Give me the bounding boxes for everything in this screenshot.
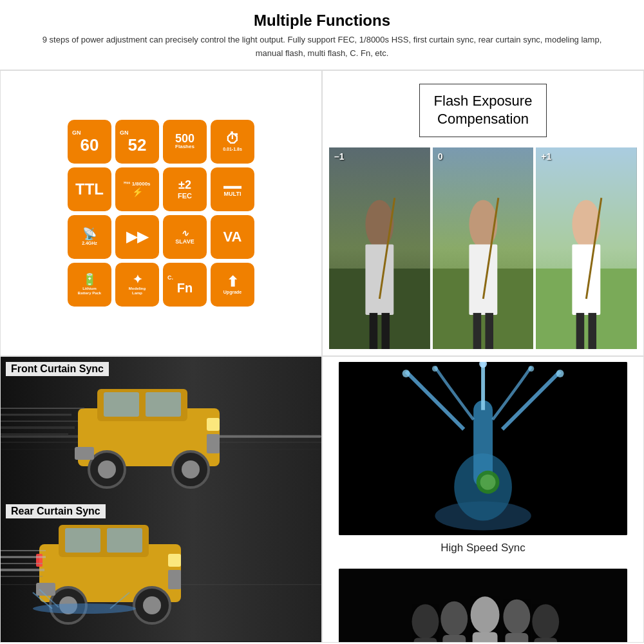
fec-photos: –1	[329, 147, 637, 349]
icon-master: ▶▶	[115, 215, 159, 259]
fec-title-box: Flash ExposureCompensation	[419, 84, 547, 137]
cell-curtain: Front Curtain Sync	[0, 356, 322, 643]
fec-photo-plus1: +1	[536, 147, 637, 349]
icon-modeling: ✦ ModelingLamp	[115, 263, 159, 307]
svg-rect-12	[485, 313, 493, 349]
rear-curtain-section: Rear Curtain Sync	[1, 499, 321, 641]
svg-point-33	[182, 460, 200, 478]
svg-point-83	[440, 601, 468, 636]
svg-rect-18	[576, 313, 585, 349]
main-grid: GN 60 GN 52 500 Flashes ⏱ 0.01-1.8s TTL …	[0, 70, 644, 643]
svg-rect-78	[413, 638, 437, 643]
svg-point-71	[556, 370, 564, 377]
fec-label-plus1: +1	[541, 151, 551, 162]
svg-rect-54	[36, 583, 55, 596]
svg-rect-36	[75, 447, 94, 460]
svg-rect-53	[168, 570, 181, 589]
svg-rect-29	[146, 392, 181, 417]
icon-gn52: GN 52	[115, 120, 159, 164]
svg-rect-4	[370, 313, 378, 349]
svg-point-31	[98, 460, 116, 478]
multi-flash-bg	[339, 569, 627, 643]
icon-battery: 🔋 LithiumBattery Pack	[68, 263, 111, 307]
icon-ttl: TTL	[68, 167, 111, 211]
svg-rect-11	[473, 313, 481, 349]
svg-rect-96	[505, 633, 528, 643]
svg-rect-102	[534, 638, 557, 643]
svg-point-16	[573, 200, 601, 248]
page-title: Multiple Functions	[0, 0, 644, 33]
rear-curtain-label: Rear Curtain Sync	[6, 504, 106, 518]
svg-rect-90	[473, 632, 498, 643]
fec-photo-minus1: –1	[329, 147, 430, 349]
svg-point-70	[432, 366, 438, 372]
fec-label-minus1: –1	[334, 151, 345, 162]
svg-rect-19	[589, 313, 597, 349]
svg-rect-46	[65, 528, 100, 553]
svg-point-89	[471, 596, 500, 633]
svg-point-77	[412, 604, 439, 639]
svg-rect-34	[207, 418, 220, 431]
high-speed-photo	[339, 362, 627, 535]
icon-hss: ᴴˢˢ 1/8000s ⚡	[115, 167, 159, 211]
svg-point-101	[532, 604, 559, 639]
multi-flash-photo	[339, 569, 627, 643]
svg-point-95	[503, 600, 530, 634]
cell-right-bottom: High Speed Sync	[322, 356, 644, 643]
icon-fec: ±2 FEC	[163, 167, 207, 211]
svg-point-9	[469, 200, 497, 248]
high-speed-section: High Speed Sync	[323, 357, 643, 564]
page-subtitle: 9 steps of power adjustment can precisel…	[0, 33, 644, 70]
cell-fec: Flash ExposureCompensation	[322, 70, 644, 357]
svg-point-69	[402, 370, 410, 377]
svg-point-72	[528, 366, 534, 372]
icon-multi: ▬▬ MULTI	[211, 167, 254, 211]
svg-rect-52	[168, 554, 181, 567]
icon-flashes: 500 Flashes	[163, 120, 207, 164]
multi-flash-section: Creative Multi Flash	[323, 564, 643, 643]
svg-rect-35	[207, 434, 220, 453]
svg-rect-10	[469, 244, 497, 315]
front-curtain-label: Front Curtain Sync	[6, 362, 109, 376]
icon-gn60: GN 60	[68, 120, 111, 164]
fec-title: Flash ExposureCompensation	[434, 93, 533, 128]
icons-grid: GN 60 GN 52 500 Flashes ⏱ 0.01-1.8s TTL …	[68, 120, 254, 307]
high-speed-label: High Speed Sync	[440, 538, 525, 557]
icon-upgrade: ⬆ Upgrade	[211, 263, 254, 307]
svg-point-51	[143, 596, 161, 614]
svg-rect-5	[381, 313, 390, 349]
svg-rect-28	[104, 392, 139, 417]
fec-photo-zero: 0	[433, 147, 534, 349]
icon-24ghz: 📡 2.4GHz	[68, 215, 111, 259]
front-curtain-section: Front Curtain Sync	[1, 357, 321, 499]
icon-va: VA	[211, 215, 254, 259]
icon-time: ⏱ 0.01-1.8s	[211, 120, 254, 164]
svg-rect-47	[107, 528, 142, 553]
svg-rect-55	[36, 554, 43, 567]
high-speed-bg	[339, 362, 627, 535]
svg-rect-84	[442, 635, 466, 643]
svg-rect-17	[573, 244, 601, 315]
svg-point-75	[480, 475, 496, 490]
fec-label-zero: 0	[438, 151, 443, 162]
svg-rect-3	[365, 244, 393, 315]
icon-cfn: C. Fn	[163, 263, 207, 307]
icon-slave: ∿ SLAVE	[163, 215, 207, 259]
cell-icons: GN 60 GN 52 500 Flashes ⏱ 0.01-1.8s TTL …	[0, 70, 322, 357]
svg-point-2	[365, 200, 393, 248]
